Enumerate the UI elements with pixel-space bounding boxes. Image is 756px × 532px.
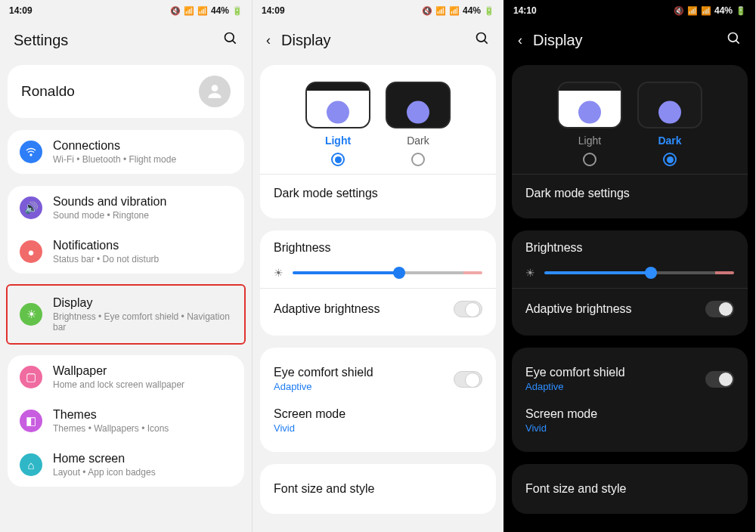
row-adaptive-brightness[interactable]: Adaptive brightness	[274, 293, 482, 325]
row-font[interactable]: Font size and style	[525, 475, 734, 503]
item-home-screen[interactable]: ⌂ Home screen Layout • App icon badges	[8, 443, 244, 487]
svg-line-1	[233, 40, 236, 43]
status-bar: 14:09 🔇 📶 📶 44% 🔋	[253, 0, 503, 21]
theme-section: Light Dark Dark mode settings	[260, 65, 496, 218]
home-icon: ⌂	[20, 453, 42, 476]
status-time: 14:09	[262, 5, 285, 16]
battery-icon: 🔋	[736, 6, 746, 16]
item-wallpaper[interactable]: ▢ Wallpaper Home and lock screen wallpap…	[8, 355, 244, 399]
display-options-section: Eye comfort shield Adaptive Screen mode …	[512, 348, 748, 452]
item-sub: Brightness • Eye comfort shield • Naviga…	[53, 311, 232, 332]
theme-section: Light Dark Dark mode settings	[512, 65, 748, 218]
toggle-eye-comfort[interactable]	[705, 371, 734, 388]
svg-point-0	[225, 32, 234, 42]
sun-icon: ☀	[525, 267, 535, 279]
brightness-slider-row: ☀	[525, 262, 734, 283]
sun-icon: ☀	[274, 267, 284, 279]
radio-off-icon[interactable]	[411, 153, 425, 166]
theme-dark-option[interactable]: Dark	[386, 82, 451, 166]
item-themes[interactable]: ◧ Themes Themes • Wallpapers • Icons	[8, 399, 244, 443]
font-section: Font size and style	[512, 464, 748, 514]
row-eye-comfort[interactable]: Eye comfort shield Adaptive	[525, 358, 734, 400]
font-section: Font size and style	[260, 464, 496, 514]
row-dark-mode-settings[interactable]: Dark mode settings	[274, 179, 482, 208]
theme-light-option[interactable]: Light	[557, 82, 622, 166]
item-sub: Sound mode • Ringtone	[53, 210, 166, 221]
page-title: Settings	[14, 32, 212, 49]
brightness-section: Brightness ☀ Adaptive brightness	[512, 230, 748, 336]
radio-on-icon[interactable]	[331, 153, 345, 166]
theme-light-option[interactable]: Light	[305, 82, 370, 166]
phone-settings: 14:09 🔇 📶 📶 44% 🔋 Settings Ronaldo Conne…	[0, 0, 252, 532]
brightness-slider-row: ☀	[274, 262, 482, 283]
item-sounds[interactable]: 🔊 Sounds and vibration Sound mode • Ring…	[8, 186, 244, 230]
row-font[interactable]: Font size and style	[274, 475, 482, 503]
item-title: Display	[53, 296, 232, 310]
slider-thumb[interactable]	[393, 267, 405, 279]
item-title: Wallpaper	[53, 364, 184, 378]
back-button[interactable]: ‹	[266, 33, 271, 47]
header: Settings	[0, 21, 252, 59]
page-title: Display	[533, 32, 716, 49]
search-icon[interactable]	[475, 31, 490, 50]
row-screen-mode[interactable]: Screen mode Vivid	[274, 400, 482, 441]
item-sub: Status bar • Do not disturb	[53, 254, 159, 264]
brightness-section: Brightness ☀ Adaptive brightness	[260, 230, 496, 336]
svg-point-2	[212, 85, 218, 91]
item-sub: Wi-Fi • Bluetooth • Flight mode	[53, 154, 176, 165]
row-adaptive-brightness[interactable]: Adaptive brightness	[525, 293, 734, 325]
theme-dark-thumb	[386, 82, 451, 128]
row-dark-mode-settings[interactable]: Dark mode settings	[525, 179, 734, 208]
search-icon[interactable]	[727, 31, 742, 50]
header: ‹ Display	[504, 21, 755, 59]
theme-light-label: Light	[578, 135, 601, 147]
status-bar: 14:10 🔇 📶 📶 44% 🔋	[504, 0, 755, 21]
radio-off-icon[interactable]	[583, 153, 596, 166]
toggle-adaptive[interactable]	[705, 301, 734, 317]
status-time: 14:10	[513, 5, 537, 16]
header: ‹ Display	[253, 21, 503, 59]
highlight-box: ☀ Display Brightness • Eye comfort shiel…	[6, 284, 246, 345]
item-title: Home screen	[53, 452, 156, 466]
svg-line-5	[485, 40, 488, 43]
item-notifications[interactable]: ● Notifications Status bar • Do not dist…	[8, 230, 244, 274]
mute-icon: 🔇	[674, 6, 684, 16]
brightness-slider[interactable]	[293, 271, 482, 274]
item-title: Connections	[53, 139, 176, 153]
slider-thumb[interactable]	[645, 267, 657, 279]
theme-dark-thumb	[637, 82, 702, 128]
card-connections: Connections Wi-Fi • Bluetooth • Flight m…	[8, 130, 244, 174]
back-button[interactable]: ‹	[518, 33, 522, 47]
theme-dark-label: Dark	[658, 135, 681, 147]
profile-card[interactable]: Ronaldo	[8, 65, 244, 118]
item-sub: Home and lock screen wallpaper	[53, 379, 184, 390]
theme-dark-label: Dark	[407, 135, 429, 147]
item-sub: Layout • App icon badges	[53, 467, 156, 478]
wifi-icon: 📶	[687, 6, 698, 16]
item-title: Notifications	[53, 239, 159, 252]
svg-line-7	[736, 40, 739, 43]
radio-on-icon[interactable]	[663, 153, 677, 166]
phone-display-light: 14:09 🔇 📶 📶 44% 🔋 ‹ Display Light Dark	[252, 0, 503, 532]
battery-icon: 🔋	[484, 6, 494, 16]
speaker-icon: 🔊	[20, 196, 42, 219]
brightness-slider[interactable]	[544, 271, 734, 274]
row-screen-mode[interactable]: Screen mode Vivid	[525, 400, 734, 441]
item-title: Themes	[53, 408, 169, 422]
search-icon[interactable]	[223, 31, 238, 50]
item-connections[interactable]: Connections Wi-Fi • Bluetooth • Flight m…	[8, 130, 244, 174]
svg-point-6	[729, 32, 738, 42]
svg-point-4	[477, 32, 486, 42]
theme-light-label: Light	[325, 135, 351, 147]
theme-dark-option[interactable]: Dark	[637, 82, 702, 166]
toggle-adaptive[interactable]	[454, 301, 482, 317]
svg-point-3	[30, 154, 32, 156]
display-options-section: Eye comfort shield Adaptive Screen mode …	[260, 348, 496, 452]
bell-icon: ●	[20, 240, 42, 263]
toggle-eye-comfort[interactable]	[454, 371, 482, 388]
signal-icon: 📶	[701, 6, 711, 16]
item-display[interactable]: ☀ Display Brightness • Eye comfort shiel…	[8, 287, 244, 342]
mute-icon: 🔇	[422, 6, 432, 16]
card-wallpaper-themes: ▢ Wallpaper Home and lock screen wallpap…	[8, 355, 244, 487]
row-eye-comfort[interactable]: Eye comfort shield Adaptive	[274, 358, 482, 400]
